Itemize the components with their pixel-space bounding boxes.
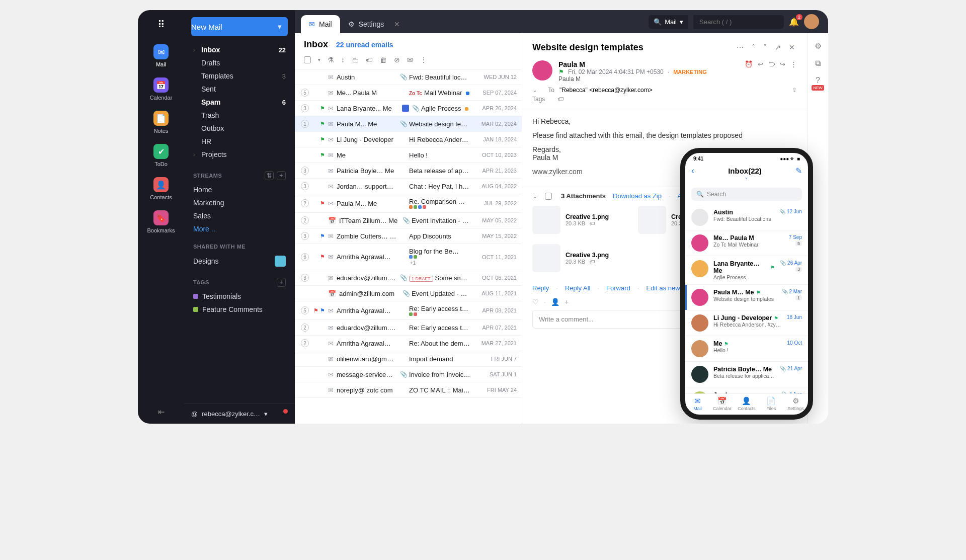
phone-nav-files[interactable]: 📄Files xyxy=(759,394,783,415)
phone-mail-row[interactable]: Jordan… support@zylker Chat: Hey Pat 📎 4… xyxy=(685,387,808,393)
mail-row[interactable]: ✉ olilienwuaru@gmai… Import demand Fri J… xyxy=(295,351,522,367)
chevron-down-icon[interactable]: ˅ xyxy=(685,177,808,184)
tag-icon[interactable]: 🏷 xyxy=(589,259,595,265)
streams-add-icon[interactable]: + xyxy=(277,171,286,180)
download-zip-link[interactable]: Download as Zip xyxy=(613,192,662,200)
block-icon[interactable]: ⊘ xyxy=(394,56,400,64)
new-mail-button[interactable]: New Mail ▾ xyxy=(191,17,288,36)
tag-icon[interactable]: 🏷 xyxy=(589,220,595,226)
collapse-sidebar-icon[interactable]: ⇤ xyxy=(151,400,172,424)
phone-nav-calendar[interactable]: 📅Calendar xyxy=(710,394,735,415)
user-avatar[interactable] xyxy=(804,14,819,29)
mail-row[interactable]: 3 ⚑ ✉ Zombie Cutters… le… App Discounts … xyxy=(295,228,522,244)
mail-row[interactable]: 5 ✉ Me... Paula M Zo TcMail Webinar Sep … xyxy=(295,85,522,101)
markread-icon[interactable]: ✉ xyxy=(407,56,413,64)
mail-row[interactable]: 3 ✉ Jordan… support@z… Chat : Hey Pat, I… xyxy=(295,179,522,194)
folder-drafts[interactable]: Drafts xyxy=(184,56,295,69)
notifications-icon[interactable]: 🔔2 xyxy=(789,17,799,27)
phone-nav-contacts[interactable]: 👤Contacts xyxy=(735,394,759,415)
nav-bookmarks[interactable]: 🔖Bookmarks xyxy=(146,207,176,236)
tab-settings[interactable]: ⚙ Settings ✕ xyxy=(340,15,409,33)
nav-notes[interactable]: 📄Notes xyxy=(146,108,176,137)
phone-mail-row[interactable]: Patricia Boyle… Me Beta release for appl… xyxy=(685,362,808,387)
close-icon[interactable]: ✕ xyxy=(394,20,400,28)
sort-icon[interactable]: ↕ xyxy=(341,56,345,64)
tag-item[interactable]: Feature Comments xyxy=(184,303,295,316)
mail-row[interactable]: 1 ⚑ ✉ Paula M... Me 📎 Website design tem… xyxy=(295,116,522,132)
tags-add-icon[interactable]: + xyxy=(277,278,286,287)
folder-spam[interactable]: Spam6 xyxy=(184,96,295,109)
folder-hr[interactable]: HR xyxy=(184,135,295,148)
phone-nav-settings[interactable]: ⚙Settings xyxy=(783,394,808,415)
mail-row[interactable]: ⚑ ✉ Me Hello ! Oct 10, 2023 xyxy=(295,147,522,163)
edit-as-new-link[interactable]: Edit as new xyxy=(646,284,680,292)
next-icon[interactable]: ˅ xyxy=(761,41,769,53)
attachment-item[interactable]: Creative 1.png 20.3 KB 🏷 xyxy=(532,206,628,234)
attachment-item[interactable]: Creative 3.png 20.3 KB 🏷 xyxy=(532,244,628,272)
folder-projects[interactable]: ›Projects xyxy=(184,148,295,161)
add-reaction-icon[interactable]: + xyxy=(565,298,569,306)
thread-icon[interactable]: ⋯ xyxy=(735,41,746,53)
chevron-down-icon[interactable]: ▾ xyxy=(318,57,320,62)
phone-mail-row[interactable]: Me… Paula M Zo Tc Mail Webinar 7 Sep5 xyxy=(685,230,808,256)
snooze-icon[interactable]: ⏰ xyxy=(745,60,753,83)
forward-link[interactable]: Forward xyxy=(606,284,630,292)
forward-icon[interactable]: ↪ xyxy=(780,60,785,83)
mail-row[interactable]: 3 ✉ eduardov@zillum.c… 📎 1 DRAFTSome sna… xyxy=(295,270,522,286)
folder-inbox[interactable]: ›Inbox22 xyxy=(184,43,295,56)
folder-sent[interactable]: Sent xyxy=(184,83,295,96)
integrations-icon[interactable]: ⧉ xyxy=(815,59,821,68)
search-scope-dropdown[interactable]: 🔍 Mail ▾ xyxy=(649,15,688,29)
tag-item[interactable]: Testimonials xyxy=(184,290,295,303)
prev-icon[interactable]: ˄ xyxy=(750,41,757,53)
share-icon[interactable]: ⇪ xyxy=(792,87,797,94)
tab-mail[interactable]: ✉ Mail xyxy=(301,15,340,33)
delete-icon[interactable]: 🗑 xyxy=(380,56,387,64)
select-all-checkbox[interactable] xyxy=(304,56,311,63)
stream-item[interactable]: More .. xyxy=(184,222,295,235)
expand-attachments-icon[interactable]: ⌄ xyxy=(532,192,538,200)
flag-icon[interactable]: ⚑ xyxy=(558,68,564,75)
help-icon[interactable]: ? xyxy=(812,76,824,85)
reply-link[interactable]: Reply xyxy=(532,284,549,292)
mail-row[interactable]: 2 ✉ Amritha Agrawal… … Re: About the dem… xyxy=(295,336,522,351)
folder-outbox[interactable]: Outbox xyxy=(184,122,295,135)
mail-row[interactable]: 2 ✉ eduardov@zillum.c… Re: Early access … xyxy=(295,320,522,336)
folder-templates[interactable]: Templates3 xyxy=(184,69,295,83)
mail-row[interactable]: ✉ message-service@… 📎 Invoice from Invoi… xyxy=(295,367,522,382)
tag-icon[interactable]: 🏷 xyxy=(366,56,373,64)
folder-trash[interactable]: Trash xyxy=(184,109,295,122)
select-all-attachments[interactable] xyxy=(545,193,552,200)
reply-all-link[interactable]: Reply All xyxy=(565,284,591,292)
close-icon[interactable]: ✕ xyxy=(787,41,797,53)
gear-icon[interactable]: ⚙ xyxy=(815,41,822,51)
streams-sort-icon[interactable]: ⇅ xyxy=(265,171,274,180)
nav-calendar[interactable]: 📅Calendar xyxy=(146,74,176,104)
phone-mail-row[interactable]: Me⚑ Hello ! 10 Oct xyxy=(685,336,808,362)
search-input[interactable] xyxy=(693,15,784,29)
folder-icon[interactable]: 🗀 xyxy=(352,56,359,64)
mail-row[interactable]: 2 📅 ITTeam Zillum… Me 📎 Event Invitation… xyxy=(295,213,522,228)
mail-row[interactable]: 2 ⚑ ✉ Paula M... Me Re. Comparison … Jul… xyxy=(295,194,522,213)
phone-mail-row[interactable]: Austin Fwd: Beautiful Locations 📎 12 Jun xyxy=(685,205,808,230)
nav-contacts[interactable]: 👤Contacts xyxy=(146,174,176,203)
reply-icon[interactable]: ↩ xyxy=(758,60,763,83)
mail-row[interactable]: ⚑ ✉ Li Jung - Developer Hi Rebecca Ander… xyxy=(295,132,522,147)
stream-item[interactable]: Marketing xyxy=(184,196,295,209)
stream-item[interactable]: Sales xyxy=(184,209,295,222)
expand-recipients-icon[interactable]: ⌄ xyxy=(532,87,537,94)
phone-mail-row[interactable]: Li Jung - Developer⚑ Hi Rebecca Anderson… xyxy=(685,310,808,336)
phone-mail-row[interactable]: Paula M… Me⚑ Website design templates 📎 … xyxy=(685,285,808,310)
popout-icon[interactable]: ↗ xyxy=(773,41,783,53)
phone-nav-mail[interactable]: ✉Mail xyxy=(685,394,710,415)
mail-row[interactable]: 6 ⚑ ✉ Amritha Agrawal… … Blog for the Be… xyxy=(295,244,522,270)
mail-row[interactable]: 3 ⚑ ✉ Lana Bryante... Me 📎 Agile Process… xyxy=(295,101,522,116)
add-tag-icon[interactable]: 🏷 xyxy=(557,96,564,103)
mail-row[interactable]: 5 ⚑⚑ ✉ Amritha Agrawal… … Re: Early acce… xyxy=(295,301,522,320)
filter-icon[interactable]: ⚗ xyxy=(328,56,334,64)
unread-count-link[interactable]: 22 unread emails xyxy=(336,41,393,49)
invite-icon[interactable]: 👤 xyxy=(551,298,559,306)
account-switcher[interactable]: @ rebecca@zylker.c… ▾ xyxy=(184,404,295,424)
mail-row[interactable]: 3 ✉ Patricia Boyle… Me Beta release of a… xyxy=(295,163,522,179)
stream-item[interactable]: Home xyxy=(184,183,295,196)
